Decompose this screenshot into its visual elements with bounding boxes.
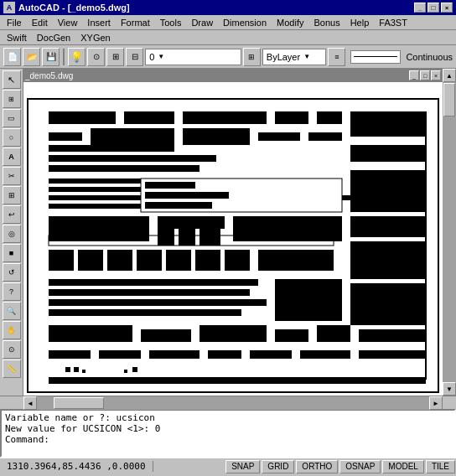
scroll-track-horizontal[interactable] [37, 396, 429, 410]
layer-manager-button[interactable]: ⊞ [243, 48, 261, 66]
osnap-button[interactable]: OSNAP [339, 460, 381, 473]
drawing-area[interactable]: _demo5.dwg _ □ × [23, 69, 443, 396]
status-bar: 1310.3964,85.4436 ,0.0000 SNAP GRID ORTH… [0, 458, 456, 474]
menu-fa3st[interactable]: FA3ST [374, 16, 412, 29]
scroll-corner-right [443, 396, 456, 409]
command-line-1: Variable name or ?: ucsicon [5, 412, 451, 423]
draw-rect-button[interactable]: ▭ [3, 109, 21, 127]
color-dropdown[interactable]: ByLayer ▼ [262, 49, 327, 65]
svg-rect-68 [49, 377, 426, 384]
menu-bar: File Edit View Insert Format Tools Draw … [0, 15, 456, 30]
menu-help[interactable]: Help [345, 16, 375, 29]
new-button[interactable]: 📄 [3, 48, 21, 66]
svg-rect-32 [225, 250, 250, 271]
minimize-button[interactable]: _ [414, 3, 426, 13]
inner-title-text: _demo5.dwg [25, 71, 73, 80]
help-button[interactable]: ? [3, 282, 21, 301]
close-button[interactable]: × [441, 3, 453, 13]
svg-rect-60 [124, 370, 127, 373]
toolbar-btn-3[interactable]: ⊞ [106, 48, 124, 66]
svg-rect-28 [107, 250, 132, 271]
menu-file[interactable]: File [2, 16, 27, 29]
inner-maximize[interactable]: □ [420, 70, 430, 80]
rotate-button[interactable]: ↺ [3, 263, 21, 282]
ortho-button[interactable]: ORTHO [296, 460, 338, 473]
scroll-down-button[interactable]: ▼ [443, 382, 456, 396]
title-buttons: _ □ × [414, 3, 453, 13]
maximize-button[interactable]: □ [428, 3, 439, 13]
svg-rect-67 [145, 202, 212, 209]
menu-bonus[interactable]: Bonus [308, 16, 345, 29]
svg-rect-12 [49, 145, 174, 152]
grid-button[interactable]: GRID [262, 460, 294, 473]
scroll-corner-left [0, 396, 23, 409]
command-line-2: New value for UCSICON <1>: 0 [5, 423, 451, 434]
properties-button[interactable]: ⊙ [3, 340, 21, 359]
trim-button[interactable]: ✂ [3, 167, 21, 185]
linetype-btn[interactable]: ≡ [328, 48, 345, 66]
svg-rect-31 [195, 250, 220, 271]
svg-rect-24 [233, 216, 342, 241]
circle-button[interactable]: ◎ [3, 225, 21, 243]
toolbar-separator-1 [63, 49, 65, 65]
menu-insert[interactable]: Insert [82, 16, 116, 29]
save-button[interactable]: 💾 [42, 48, 60, 66]
menu-docgen[interactable]: DocGen [32, 31, 75, 44]
svg-rect-39 [275, 279, 342, 321]
draw-circle-button[interactable]: ○ [3, 128, 21, 147]
inner-minimize[interactable]: _ [409, 70, 419, 80]
toolbar-btn-2[interactable]: ⊙ [87, 48, 105, 66]
zoom-button[interactable]: 🔍 [3, 302, 21, 320]
svg-rect-61 [132, 367, 137, 372]
select-button[interactable]: ↖ [3, 70, 21, 89]
svg-rect-37 [49, 299, 267, 306]
open-button[interactable]: 📂 [23, 48, 40, 66]
menu-format[interactable]: Format [116, 16, 155, 29]
linetype-area: Continuous [350, 50, 453, 64]
hatch-button[interactable]: ⊞ [3, 186, 21, 204]
svg-rect-9 [183, 128, 250, 145]
pan-button[interactable]: ✋ [3, 321, 21, 339]
app-icon[interactable]: A [3, 2, 15, 13]
menu-edit[interactable]: Edit [27, 16, 53, 29]
light-icon[interactable]: 💡 [68, 48, 86, 66]
svg-rect-34 [350, 241, 426, 279]
toolbar: 📄 📂 💾 💡 ⊙ ⊞ ⊟ 0 ▼ ⊞ ByLayer ▼ ≡ Continuo… [0, 45, 456, 69]
snap-button[interactable]: ⊞ [3, 90, 21, 108]
model-button[interactable]: MODEL [382, 460, 424, 473]
svg-rect-5 [317, 111, 342, 124]
menu-xygen[interactable]: XYGen [75, 31, 115, 44]
svg-rect-55 [179, 229, 195, 246]
text-button[interactable]: A [3, 147, 21, 166]
menu-dimension[interactable]: Dimension [218, 16, 272, 29]
scroll-thumb-horizontal[interactable] [54, 397, 104, 409]
snap-button[interactable]: SNAP [225, 460, 260, 473]
color-dropdown-arrow: ▼ [303, 53, 310, 60]
scroll-up-button[interactable]: ▲ [443, 69, 456, 82]
bottom-scroll-row: ◄ ► [0, 396, 456, 409]
svg-rect-23 [158, 216, 225, 229]
scroll-left-button[interactable]: ◄ [23, 396, 37, 410]
menu-tools[interactable]: Tools [155, 16, 187, 29]
svg-rect-7 [49, 132, 82, 141]
menu-draw[interactable]: Draw [186, 16, 218, 29]
menu-swift[interactable]: Swift [2, 31, 32, 44]
svg-rect-2 [124, 111, 174, 124]
menu-modify[interactable]: Modify [272, 16, 308, 29]
menu-view[interactable]: View [53, 16, 83, 29]
right-scrollbar: ▲ ▼ [443, 69, 456, 396]
toolbar-btn-4[interactable]: ⊟ [126, 48, 143, 66]
undo-button[interactable]: ↩ [3, 205, 21, 224]
inner-close[interactable]: × [431, 70, 441, 80]
measure-button[interactable]: 📏 [3, 360, 21, 378]
coordinates-display: 1310.3964,85.4436 ,0.0000 [0, 461, 153, 472]
scroll-thumb-vertical[interactable] [443, 83, 455, 116]
layer-dropdown[interactable]: 0 ▼ [145, 49, 241, 65]
svg-rect-58 [74, 367, 79, 372]
linetype-label: Continuous [406, 52, 453, 62]
fill-button[interactable]: ■ [3, 244, 21, 262]
svg-rect-27 [78, 250, 103, 271]
tile-button[interactable]: TILE [426, 460, 455, 473]
scroll-right-button[interactable]: ► [429, 396, 443, 410]
scroll-track-vertical[interactable] [443, 82, 456, 382]
